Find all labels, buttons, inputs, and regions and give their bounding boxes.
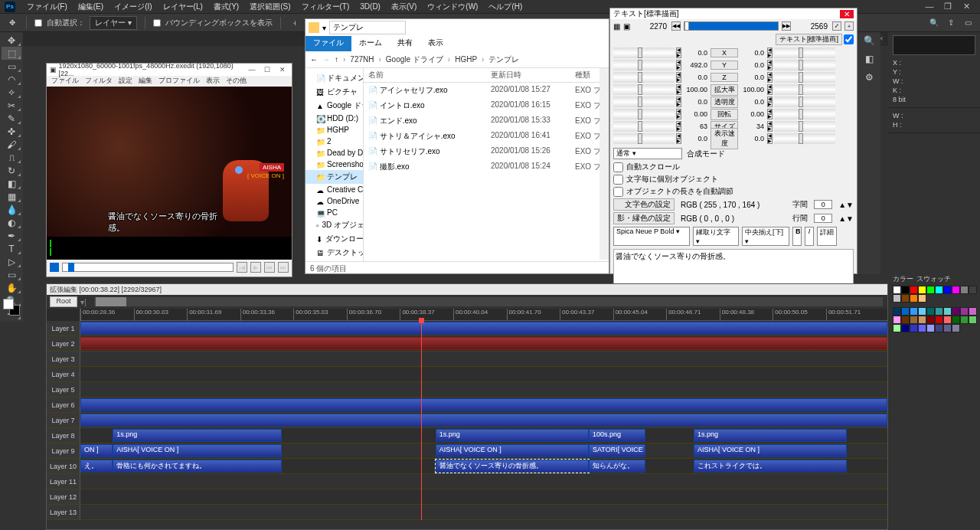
wand-tool[interactable]: ✧ bbox=[2, 86, 21, 99]
frame-expand[interactable]: ⤢ bbox=[832, 21, 841, 31]
crumb-1[interactable]: Google ドライブ bbox=[386, 54, 443, 65]
menu-help[interactable]: ヘルプ(H) bbox=[483, 2, 528, 12]
check-per-char[interactable] bbox=[613, 175, 623, 185]
tab-color[interactable]: カラー bbox=[893, 274, 913, 284]
tree-node[interactable]: 💽HDD (D:) bbox=[305, 113, 363, 124]
textdlg-enable-check[interactable] bbox=[844, 34, 854, 44]
bold-button[interactable]: B bbox=[792, 227, 802, 246]
clip[interactable]: 100s.png bbox=[589, 429, 645, 442]
clip[interactable]: 骨格にも何かされてますね。 bbox=[113, 460, 282, 473]
camera-icon[interactable]: ▣ bbox=[623, 22, 630, 31]
prop-row-透明度[interactable]: ◀▶0.0透明度0.0◀▶ bbox=[613, 96, 854, 108]
clip[interactable]: え。 bbox=[80, 460, 113, 473]
list-item[interactable]: 📄 撮影.exo2020/01/08 15:24EXO フ bbox=[364, 159, 609, 175]
menu-type[interactable]: 書式(Y) bbox=[208, 2, 244, 12]
swatch[interactable] bbox=[910, 307, 918, 316]
tab-view[interactable]: 表示 bbox=[420, 36, 451, 51]
fg-bg-color[interactable] bbox=[3, 299, 20, 316]
clip[interactable]: 知らんがな。 bbox=[589, 460, 645, 473]
tree-node[interactable]: ☁Creative Cloud Fil... bbox=[305, 184, 363, 195]
swatch[interactable] bbox=[893, 316, 901, 324]
nav-back-icon[interactable]: ← bbox=[310, 55, 318, 64]
swatch[interactable] bbox=[910, 324, 918, 332]
marquee-tool[interactable]: ▭ bbox=[2, 60, 21, 73]
swatch[interactable] bbox=[969, 286, 977, 294]
stamp-tool[interactable]: ⎍ bbox=[2, 151, 21, 164]
timeline-hscroll[interactable] bbox=[94, 297, 883, 306]
clip[interactable]: 醤油でなくソース寄りの骨折感。 bbox=[436, 460, 589, 473]
menu-image[interactable]: イメージ(I) bbox=[109, 2, 157, 12]
menu-filter[interactable]: フィルター(T) bbox=[296, 2, 355, 12]
layer-row[interactable]: Layer 1 bbox=[47, 321, 887, 336]
window-restore[interactable]: ❐ bbox=[939, 2, 957, 11]
pmenu-edit[interactable]: 編集 bbox=[139, 76, 152, 87]
swatch[interactable] bbox=[893, 307, 901, 316]
auto-select-dropdown[interactable]: レイヤー ▾ bbox=[90, 16, 137, 30]
list-item[interactable]: 📄 サトリ＆アイシャ.exo2020/01/08 16:41EXO フ bbox=[364, 129, 609, 144]
swatch[interactable] bbox=[935, 324, 943, 332]
tab-file[interactable]: ファイル bbox=[305, 36, 351, 51]
tree-node[interactable]: 🖥デスクトップ bbox=[305, 246, 363, 260]
tree-node[interactable]: ▲Google ドライブ bbox=[305, 99, 363, 113]
swatch[interactable] bbox=[926, 324, 935, 332]
tree-node[interactable]: 📁2 bbox=[305, 136, 363, 147]
swatch[interactable] bbox=[943, 324, 952, 332]
shape-tool[interactable]: ▭ bbox=[2, 268, 21, 281]
path-tool[interactable]: ▷ bbox=[2, 255, 21, 268]
eraser-tool[interactable]: ◧ bbox=[2, 177, 21, 190]
swatch[interactable] bbox=[901, 316, 910, 324]
layer-row[interactable]: Layer 7 bbox=[47, 413, 887, 428]
swatch[interactable] bbox=[969, 307, 977, 316]
layer-row[interactable]: Layer 81s.png1s.png100s.png1s.png bbox=[47, 428, 887, 443]
swatch[interactable] bbox=[960, 316, 969, 324]
swatch[interactable] bbox=[943, 286, 952, 294]
blur-tool[interactable]: 💧 bbox=[2, 203, 21, 216]
clip[interactable]: SATORI[ VOICE ON ] bbox=[589, 444, 645, 457]
text-content-input[interactable]: 醤油でなくソース寄りの骨折感。 bbox=[613, 249, 854, 287]
swatch[interactable] bbox=[910, 294, 918, 303]
prev-button[interactable]: ⏮ bbox=[264, 262, 275, 273]
frame-out[interactable]: 2569 bbox=[794, 22, 829, 31]
lasso-tool[interactable]: ◠ bbox=[2, 73, 21, 86]
menu-edit[interactable]: 編集(E) bbox=[73, 2, 109, 12]
address-bar[interactable]: ← → ↑ › 727NH› Google ドライブ› HGHP› テンプレ bbox=[305, 51, 609, 68]
swatch[interactable] bbox=[935, 307, 943, 316]
layer-row[interactable]: Layer 12 bbox=[47, 489, 887, 505]
clip[interactable]: AISHA[ VOICE ON ] bbox=[694, 444, 847, 457]
swatch[interactable] bbox=[893, 324, 901, 332]
tree-node[interactable]: 📁Screenshots bbox=[305, 159, 363, 170]
tree-node[interactable]: ☁OneDrive bbox=[305, 195, 363, 207]
font-select[interactable]: Spica Neue P Bold ▾ bbox=[613, 227, 690, 246]
menu-window[interactable]: ウィンドウ(W) bbox=[422, 2, 483, 12]
detail-button[interactable]: 詳細 bbox=[817, 227, 837, 246]
pmenu-filter[interactable]: フィルタ bbox=[85, 76, 113, 87]
tree-node[interactable]: 📁Dead by Daylight bbox=[305, 147, 363, 159]
gradient-tool[interactable]: ▦ bbox=[2, 190, 21, 203]
menu-file[interactable]: ファイル(F) bbox=[21, 2, 73, 12]
spacing-input[interactable]: 0 bbox=[814, 200, 832, 209]
tree-node[interactable]: 📁HGHP bbox=[305, 124, 363, 136]
heal-tool[interactable]: ✜ bbox=[2, 125, 21, 138]
bbox-checkbox[interactable] bbox=[153, 19, 161, 27]
tree-node[interactable]: ⬇ダウンロード bbox=[305, 232, 363, 246]
prop-row-Y[interactable]: ◀▶492.0Y0.0◀▶ bbox=[613, 59, 854, 71]
root-button[interactable]: Root bbox=[50, 296, 77, 307]
tree-node[interactable]: ▫3D オブジェクト bbox=[305, 218, 363, 232]
play-button[interactable]: ▶ bbox=[250, 262, 261, 273]
explorer-tree[interactable]: 📄ドキュメント🖼ピクチャ▲Google ドライブ💽HDD (D:)📁HGHP📁2… bbox=[305, 68, 364, 261]
swatch[interactable] bbox=[969, 316, 977, 324]
workspace-icon[interactable]: ▭ bbox=[962, 17, 974, 29]
auto-select-checkbox[interactable] bbox=[34, 19, 42, 27]
swatch[interactable] bbox=[952, 316, 960, 324]
clip[interactable]: 1s.png bbox=[694, 429, 847, 442]
clip[interactable]: 1s.png bbox=[436, 429, 589, 442]
timeline-tracks[interactable]: Layer 1Layer 2Layer 3Layer 4Layer 5Layer… bbox=[47, 321, 887, 520]
swatch[interactable] bbox=[926, 316, 935, 324]
list-item[interactable]: 📄 イントロ.exo2020/01/08 16:15EXO フ bbox=[364, 98, 609, 113]
search-panel-icon[interactable]: 🔍 bbox=[862, 35, 876, 49]
explorer-list[interactable]: 名前 更新日時 種類 📄 アイシャセリフ.exo2020/01/08 15:27… bbox=[364, 68, 609, 261]
list-item[interactable]: 📄 サトリセリフ.exo2020/01/08 15:26EXO フ bbox=[364, 144, 609, 159]
layer-row[interactable]: Layer 10え。骨格にも何かされてますね。醤油でなくソース寄りの骨折感。知ら… bbox=[47, 459, 887, 474]
frame-slider[interactable] bbox=[684, 21, 779, 31]
tree-node[interactable]: 📁テンプレ bbox=[305, 170, 363, 184]
